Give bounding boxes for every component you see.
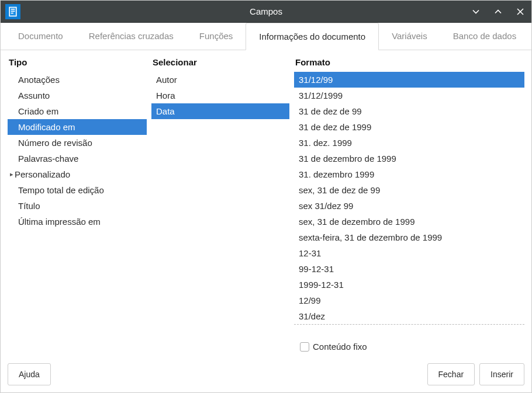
dialog-window: Campos Documento Referências cruzad <box>0 0 532 393</box>
list-item[interactable]: Criado em <box>8 103 147 119</box>
titlebar: Campos <box>1 1 531 23</box>
list-item[interactable]: Modificado em <box>8 119 147 135</box>
selecionar-list: Autor Hora Data <box>151 72 289 356</box>
list-item[interactable]: 31/12/1999 <box>294 88 524 103</box>
tab-banco-de-dados[interactable]: Banco de dados <box>440 23 529 50</box>
tab-bar: Documento Referências cruzadas Funções I… <box>1 23 531 50</box>
list-item[interactable]: Anotações <box>8 72 147 88</box>
list-item[interactable]: Título <box>8 198 147 214</box>
button-bar: Ajuda Fechar Inserir <box>1 359 531 392</box>
list-item[interactable]: Última impressão em <box>8 214 147 229</box>
close-window-button[interactable] <box>509 1 531 22</box>
tab-funcoes[interactable]: Funções <box>186 23 246 50</box>
list-item[interactable]: Número de revisão <box>8 135 147 151</box>
tipo-panel: Tipo Anotações Assunto Criado em Modific… <box>8 55 147 356</box>
dialog-title: Campos <box>250 6 282 16</box>
list-item[interactable]: sexta-feira, 31 de dezembro de 1999 <box>294 229 524 245</box>
checkbox-row: Conteúdo fixo <box>294 336 524 356</box>
window-controls <box>465 1 531 22</box>
minimize-button[interactable] <box>465 1 487 22</box>
panels-container: Tipo Anotações Assunto Criado em Modific… <box>1 50 531 359</box>
list-item[interactable]: 31 de dezembro de 1999 <box>294 151 524 166</box>
list-item[interactable]: 12/99 <box>294 293 524 308</box>
list-item[interactable]: 31. dezembro 1999 <box>294 166 524 182</box>
selecionar-header: Selecionar <box>151 55 289 72</box>
list-item[interactable]: Tempo total de edição <box>8 182 147 198</box>
list-item[interactable]: Data <box>151 103 289 119</box>
insert-button[interactable]: Inserir <box>479 363 524 385</box>
list-item[interactable]: Hora <box>151 88 289 103</box>
list-item[interactable]: 99-12-31 <box>294 261 524 277</box>
tipo-header: Tipo <box>8 55 147 72</box>
list-item-label: Personalizado <box>15 169 70 179</box>
list-item[interactable]: 31/12/99 <box>294 72 524 88</box>
list-item[interactable]: 31. dez. 1999 <box>294 135 524 151</box>
list-item[interactable]: sex 31/dez 99 <box>294 198 524 214</box>
tab-referencias-cruzadas[interactable]: Referências cruzadas <box>76 23 186 50</box>
formato-panel: Formato 31/12/99 31/12/1999 31 de dez de… <box>294 55 524 356</box>
conteudo-fixo-label[interactable]: Conteúdo fixo <box>313 342 367 352</box>
tipo-list: Anotações Assunto Criado em Modificado e… <box>8 72 147 356</box>
app-icon <box>5 4 20 19</box>
list-item[interactable]: Assunto <box>8 88 147 103</box>
tab-documento[interactable]: Documento <box>5 23 76 50</box>
list-item[interactable]: sex, 31 de dezembro de 1999 <box>294 214 524 229</box>
tab-variaveis[interactable]: Variáveis <box>379 23 440 50</box>
conteudo-fixo-checkbox[interactable] <box>300 342 309 352</box>
list-item[interactable]: 31 de dez de 1999 <box>294 119 524 135</box>
list-item[interactable]: 12-31 <box>294 245 524 261</box>
dialog-content: Tipo Anotações Assunto Criado em Modific… <box>1 50 531 392</box>
expand-icon: ▸ <box>10 171 13 178</box>
tab-informacoes-documento[interactable]: Informações do documento <box>246 23 379 50</box>
close-button[interactable]: Fechar <box>427 363 475 385</box>
help-button[interactable]: Ajuda <box>8 363 51 385</box>
list-item[interactable]: 31/dez <box>294 308 524 324</box>
formato-header: Formato <box>294 55 524 72</box>
list-item[interactable]: sex, 31 de dez de 99 <box>294 182 524 198</box>
formato-list: 31/12/99 31/12/1999 31 de dez de 99 31 d… <box>294 72 524 325</box>
list-item[interactable]: Autor <box>151 72 289 88</box>
maximize-button[interactable] <box>487 1 509 22</box>
selecionar-panel: Selecionar Autor Hora Data <box>151 55 289 356</box>
list-item[interactable]: Palavras-chave <box>8 151 147 166</box>
list-item[interactable]: ▸ Personalizado <box>8 166 147 182</box>
list-item[interactable]: 1999-12-31 <box>294 277 524 293</box>
list-item[interactable]: 31 de dez de 99 <box>294 103 524 119</box>
